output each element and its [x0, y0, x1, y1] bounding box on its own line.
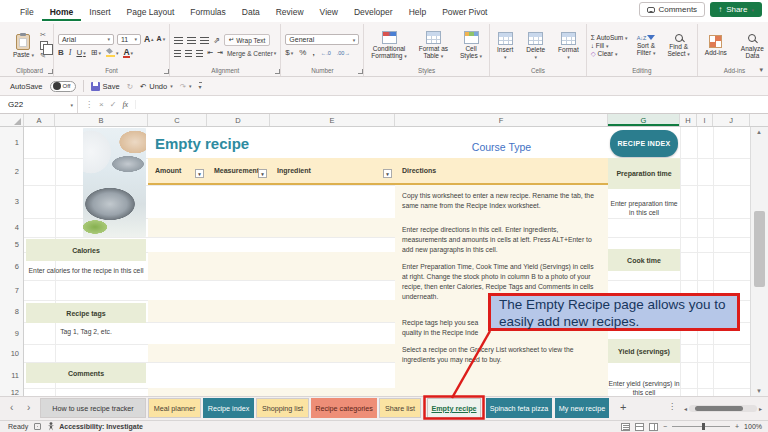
sheet-tab-share-list[interactable]: Share list: [379, 398, 421, 418]
font-name-select[interactable]: Arial▾: [58, 34, 114, 45]
zoom-slider[interactable]: [672, 426, 730, 427]
row-header-4[interactable]: 4: [15, 223, 19, 232]
measurement-column-header[interactable]: Measurement▾: [207, 158, 270, 185]
increase-decimal-button[interactable]: ←.0: [321, 50, 331, 56]
undo-button[interactable]: ↶Undo▾: [140, 82, 173, 91]
filter-dropdown-icon[interactable]: ▾: [258, 169, 267, 178]
row-header-7[interactable]: 7: [15, 286, 19, 295]
row-header-1[interactable]: 1: [15, 138, 19, 147]
number-format-select[interactable]: General▾: [285, 34, 359, 45]
decrease-decimal-button[interactable]: .00→: [337, 50, 350, 56]
cancel-icon[interactable]: ×: [99, 100, 104, 109]
directions-cell[interactable]: Copy this worksheet to enter a new recip…: [395, 185, 608, 396]
borders-button[interactable]: ⊞▾: [91, 48, 101, 57]
row-header-9[interactable]: 9: [15, 329, 19, 338]
vertical-scroll-thumb[interactable]: [754, 211, 765, 287]
fill-button[interactable]: ↓ Fill ▾: [591, 42, 628, 49]
font-color-button[interactable]: A▾: [123, 48, 133, 58]
select-all-corner[interactable]: [0, 114, 24, 126]
sheet-tab-empty-recipe[interactable]: Empty recipe: [427, 398, 481, 418]
sheet-tab-how-to-use[interactable]: How to use recipe tracker: [40, 398, 146, 418]
ribbon-tab-insert[interactable]: Insert: [81, 2, 118, 21]
sheet-tab-shopping-list[interactable]: Shopping list: [256, 398, 309, 418]
comma-style-button[interactable]: ,: [312, 48, 314, 57]
recipe-photo[interactable]: [83, 128, 146, 237]
page-layout-view-icon[interactable]: [635, 423, 644, 431]
column-header-b[interactable]: B: [55, 114, 148, 126]
row-header-11[interactable]: 11: [11, 371, 19, 380]
column-header-i[interactable]: I: [697, 114, 713, 126]
amount-column-header[interactable]: Amount▾: [148, 158, 207, 185]
ribbon-tab-help[interactable]: Help: [401, 2, 434, 21]
yield-header-cell[interactable]: Yield (servings): [608, 339, 680, 363]
scroll-up-icon[interactable]: ▲: [756, 129, 762, 135]
horizontal-scroll-thumb[interactable]: [695, 406, 743, 411]
align-top-icon[interactable]: [174, 37, 183, 44]
column-header-e[interactable]: E: [270, 114, 395, 126]
conditional-formatting-button[interactable]: ConditionalFormatting ▾: [368, 30, 409, 61]
vertical-scrollbar[interactable]: ▲ ▼: [750, 127, 768, 396]
cell-styles-button[interactable]: CellStyles ▾: [457, 30, 485, 61]
dialog-launcher-icon[interactable]: [275, 69, 280, 74]
scroll-left-icon[interactable]: ◂: [684, 405, 687, 412]
paste-button[interactable]: Paste ▾: [10, 33, 37, 59]
font-size-select[interactable]: 11▾: [117, 34, 141, 45]
collapse-ribbon-icon[interactable]: ▾: [759, 66, 763, 74]
format-as-table-button[interactable]: Format asTable ▾: [416, 30, 451, 61]
ribbon-tab-page-layout[interactable]: Page Layout: [119, 2, 183, 21]
row-header-3[interactable]: 3: [15, 197, 19, 206]
filter-dropdown-icon[interactable]: ▾: [195, 169, 204, 178]
normal-view-icon[interactable]: [621, 423, 630, 431]
currency-button[interactable]: $▾: [285, 48, 293, 57]
decrease-indent-icon[interactable]: ⇤: [207, 49, 213, 57]
directions-column-header[interactable]: Directions: [395, 158, 608, 185]
horizontal-scroll-track[interactable]: [689, 405, 757, 412]
sheet-options-icon[interactable]: ⋮: [668, 402, 676, 411]
find-select-button[interactable]: Find &Select ▾: [664, 33, 692, 59]
sheet-tab-spinach-feta-pizza[interactable]: Spinach feta pizza: [486, 398, 552, 418]
calories-header-cell[interactable]: Calories: [26, 239, 146, 261]
filter-dropdown-icon[interactable]: ▾: [383, 169, 392, 178]
zoom-in-icon[interactable]: +: [735, 423, 739, 430]
recipe-index-button[interactable]: RECIPE INDEX: [610, 130, 678, 157]
ribbon-tab-home[interactable]: Home: [42, 2, 82, 21]
zoom-level[interactable]: 100%: [744, 423, 762, 430]
copy-icon[interactable]: [40, 41, 48, 50]
save-button[interactable]: Save: [91, 82, 120, 91]
zoom-out-icon[interactable]: −: [663, 423, 667, 430]
comments-button[interactable]: Comments: [639, 2, 705, 17]
dialog-launcher-icon[interactable]: [358, 69, 363, 74]
orientation-icon[interactable]: ⇗: [213, 36, 220, 45]
ribbon-tab-power-pivot[interactable]: Power Pivot: [434, 2, 495, 21]
align-middle-icon[interactable]: [187, 37, 196, 44]
underline-button[interactable]: U▾: [76, 48, 85, 57]
wrap-text-button[interactable]: ↵Wrap Text: [224, 34, 270, 46]
column-header-a[interactable]: A: [24, 114, 55, 126]
previous-sheet-icon[interactable]: ‹: [10, 402, 13, 413]
accessibility-status[interactable]: Accessibility: Investigate: [59, 423, 143, 430]
align-left-icon[interactable]: [174, 50, 181, 57]
scroll-right-icon[interactable]: ▸: [759, 405, 762, 412]
insert-cells-button[interactable]: Insert▾: [494, 31, 516, 61]
formula-input[interactable]: [136, 96, 768, 113]
recipe-tags-hint-cell[interactable]: Tag 1, Tag 2, etc.: [26, 327, 146, 336]
row-header-6[interactable]: 6: [15, 262, 19, 271]
format-cells-button[interactable]: Format▾: [555, 31, 582, 61]
comments-header-cell[interactable]: Comments: [26, 363, 146, 383]
zoom-slider-thumb[interactable]: [702, 423, 705, 430]
next-sheet-icon[interactable]: ›: [27, 402, 30, 413]
cut-icon[interactable]: ✂: [40, 31, 48, 39]
calories-hint-cell[interactable]: Enter calories for the recipe in this ce…: [26, 266, 146, 275]
row-header-5[interactable]: 5: [15, 240, 19, 249]
row-header-12[interactable]: 12: [11, 388, 19, 396]
increase-font-button[interactable]: A▴: [144, 35, 154, 43]
enter-icon[interactable]: ✓: [110, 100, 117, 109]
ribbon-tab-data[interactable]: Data: [234, 2, 268, 21]
add-ins-button[interactable]: Add-ins: [702, 34, 730, 57]
customize-toolbar-icon[interactable]: ▾: [199, 82, 202, 90]
row-header-10[interactable]: 10: [11, 349, 19, 358]
row-header-2[interactable]: 2: [15, 167, 19, 176]
page-break-view-icon[interactable]: [649, 423, 658, 431]
ribbon-tab-view[interactable]: View: [312, 2, 346, 21]
cook-time-header-cell[interactable]: Cook time: [608, 249, 680, 271]
